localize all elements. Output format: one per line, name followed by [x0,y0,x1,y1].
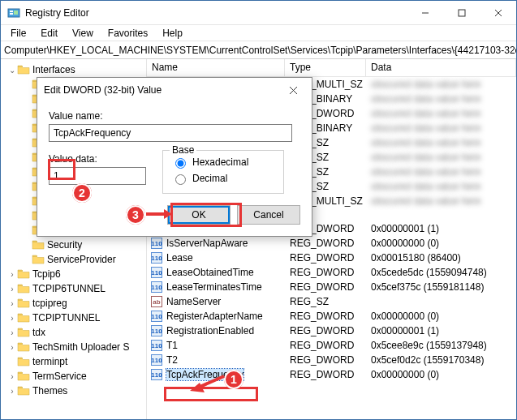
row-data: 0x00000000 (0) [366,311,516,322]
folder-icon [17,385,30,396]
tree-item[interactable]: ›TCPIPTUNNEL [1,311,146,325]
dialog-close-button[interactable] [281,79,305,101]
folder-icon [17,327,30,338]
value-data-field[interactable] [49,167,146,185]
folder-icon [17,268,30,280]
radio-hexadecimal[interactable]: Hexadecimal [171,154,275,170]
row-data: 0x5cef375c (1559181148) [366,281,516,293]
row-name: TcpAckFrequency [166,369,243,380]
window-title: Registry Editor [25,7,89,19]
table-row[interactable]: 110T1REG_DWORD0x5cee8e9c (1559137948) [147,338,516,353]
value-name-field[interactable] [49,124,292,142]
row-type: REG_DWORD [285,281,366,293]
base-legend: Base [170,144,196,156]
row-type: REG_DWORD [285,325,366,336]
col-header-data[interactable]: Data [366,59,516,76]
row-data: 0x5cef0d2c (1559170348) [366,354,516,366]
tree-item[interactable]: terminpt [1,354,146,369]
menu-edit[interactable]: Edit [34,26,64,41]
reg-number-icon: 110 [150,310,163,323]
radio-dec-input[interactable] [175,174,186,185]
table-row[interactable]: abNameServerREG_SZ [147,294,516,309]
row-type: REG_DWORD [285,340,366,351]
table-row[interactable]: 110T2REG_DWORD0x5cef0d2c (1559170348) [147,353,516,367]
table-row[interactable]: 110IsServerNapAwareREG_DWORD0x00000000 (… [147,236,516,251]
row-type: REG_DWORD [285,369,366,380]
address-bar[interactable]: Computer\HKEY_LOCAL_MACHINE\SYSTEM\Curre… [1,41,516,59]
folder-icon [17,283,30,294]
maximize-button[interactable] [443,1,480,24]
list-header: Name Type Data [147,59,516,77]
tree-item[interactable]: ›tcpipreg [1,296,146,311]
table-row[interactable]: 110LeaseObtainedTimeREG_DWORD0x5cede5dc … [147,265,516,280]
folder-icon [17,356,30,367]
row-type: REG_DWORD [285,238,366,249]
menu-file[interactable]: File [4,26,32,41]
row-name: IsServerNapAware [166,238,248,249]
row-name: RegistrationEnabled [166,325,254,336]
col-header-type[interactable]: Type [285,59,366,76]
reg-number-icon: 110 [150,281,163,294]
base-group: Base Hexadecimal Decimal [162,150,284,194]
table-row[interactable]: 110TcpAckFrequencyREG_DWORD0x00000000 (0… [147,367,516,382]
svg-rect-2 [10,13,13,15]
svg-rect-1 [10,11,13,12]
tree-item[interactable]: ›TCPIP6TUNNEL [1,281,146,296]
reg-number-icon: 110 [150,354,163,366]
folder-icon [32,254,45,265]
ok-button[interactable]: OK [167,205,230,225]
row-type: REG_SZ [285,296,366,307]
row-name: T2 [166,354,178,366]
menubar: File Edit View Favorites Help [1,25,516,41]
reg-number-icon: 110 [150,251,163,264]
row-data: 0x00000000 (0) [366,238,516,249]
reg-number-icon: 110 [150,368,163,381]
tree-item[interactable]: ›Tcpip6 [1,267,146,281]
row-name: LeaseObtainedTime [166,267,254,278]
menu-view[interactable]: View [66,26,100,41]
reg-number-icon: 110 [150,237,163,250]
row-data: 0x5cede5dc (1559094748) [366,267,516,278]
edit-dword-dialog: Edit DWORD (32-bit) Value Value name: Va… [37,77,312,237]
folder-icon [17,64,30,75]
tree-item[interactable]: Security [1,238,146,252]
tree-item[interactable]: ServiceProvider [1,252,146,267]
table-row[interactable]: 110LeaseTerminatesTimeREG_DWORD0x5cef375… [147,280,516,294]
radio-decimal[interactable]: Decimal [171,170,275,186]
row-type: REG_DWORD [285,354,366,366]
row-name: T1 [166,340,178,351]
reg-number-icon: 110 [150,339,163,352]
reg-number-icon: 110 [150,266,163,279]
close-button[interactable] [480,1,516,24]
radio-hex-input[interactable] [175,158,186,169]
tree-item[interactable]: ›TermService [1,369,146,384]
row-name: RegisterAdapterName [166,311,263,322]
col-header-name[interactable]: Name [147,59,285,76]
menu-help[interactable]: Help [156,26,189,41]
row-type: REG_DWORD [285,267,366,278]
folder-icon [17,298,30,309]
folder-icon [17,341,30,353]
row-data: 0x00000001 (1) [366,325,516,336]
table-row[interactable]: 110RegisterAdapterNameREG_DWORD0x0000000… [147,309,516,324]
titlebar: Registry Editor [1,1,516,25]
tree-item[interactable]: ›tdx [1,325,146,340]
cancel-button[interactable]: Cancel [237,205,300,225]
reg-string-icon: ab [150,295,163,308]
table-row[interactable]: 110LeaseREG_DWORD0x00015180 (86400) [147,251,516,265]
row-data: 0x00000001 (1) [366,223,516,234]
tree-item[interactable]: ›Themes [1,384,146,398]
tree-item[interactable]: ›TechSmith Uploader S [1,340,146,354]
minimize-button[interactable] [407,1,443,24]
row-data: 0x5cee8e9c (1559137948) [366,340,516,351]
dialog-title: Edit DWORD (32-bit) Value [44,84,162,96]
row-data: 0x00015180 (86400) [366,252,516,264]
table-row[interactable]: 110RegistrationEnabledREG_DWORD0x0000000… [147,324,516,338]
folder-icon [17,371,30,382]
svg-rect-3 [14,11,18,15]
row-name: Lease [166,252,193,264]
row-name: LeaseTerminatesTime [166,281,262,293]
tree-item-interfaces[interactable]: ⌄Interfaces [1,62,146,77]
folder-icon [17,312,30,324]
menu-favorites[interactable]: Favorites [101,26,154,41]
